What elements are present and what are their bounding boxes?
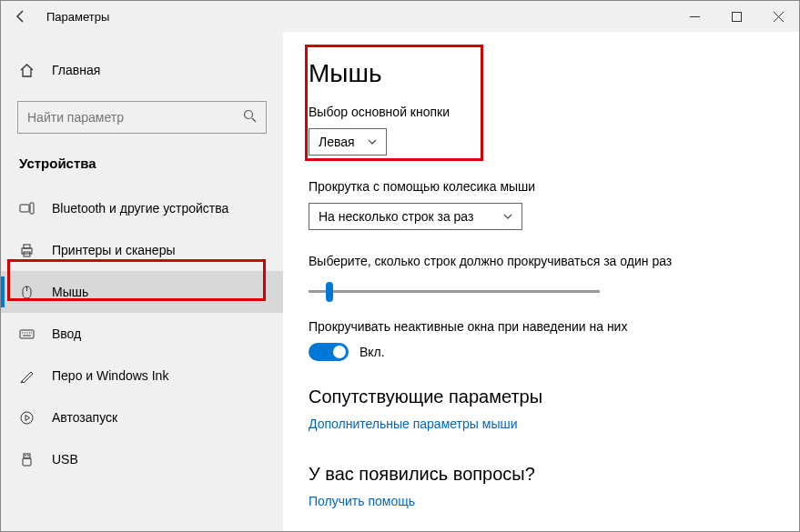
sidebar-item-label: Перо и Windows Ink — [52, 368, 168, 383]
dropdown-value: На несколько строк за раз — [319, 209, 473, 224]
sidebar: Главная Устройства Bluetooth и другие ус… — [1, 32, 283, 531]
toggle-label: Вкл. — [359, 345, 385, 359]
sidebar-item-pen[interactable]: Перо и Windows Ink — [1, 355, 283, 396]
help-link[interactable]: Получить помощь — [309, 494, 774, 508]
page-title: Мышь — [309, 59, 774, 88]
sidebar-heading: Устройства — [1, 152, 283, 187]
related-link[interactable]: Дополнительные параметры мыши — [309, 417, 774, 431]
sidebar-item-label: Ввод — [52, 326, 81, 341]
home-icon — [19, 63, 35, 78]
primary-button-label: Выбор основной кнопки — [309, 105, 774, 119]
scroll-label: Прокрутка с помощью колесика мыши — [309, 179, 774, 194]
svg-rect-2 — [20, 205, 29, 212]
search-icon — [243, 109, 257, 125]
sidebar-home-label: Главная — [52, 63, 100, 77]
close-button[interactable] — [757, 1, 799, 32]
sidebar-home[interactable]: Главная — [1, 52, 283, 88]
maximize-button[interactable] — [715, 1, 757, 32]
printer-icon — [19, 243, 35, 258]
svg-point-1 — [245, 111, 253, 119]
sidebar-item-mouse[interactable]: Мышь — [1, 271, 283, 313]
lines-label: Выберите, сколько строк должно прокручив… — [309, 254, 774, 268]
help-heading: У вас появились вопросы? — [309, 464, 774, 485]
sidebar-item-typing[interactable]: Ввод — [1, 313, 283, 355]
devices-icon — [19, 201, 35, 216]
inactive-toggle[interactable] — [309, 343, 349, 361]
svg-rect-3 — [30, 203, 34, 214]
minimize-button[interactable] — [673, 1, 715, 32]
sidebar-item-label: Мышь — [52, 285, 88, 299]
inactive-label: Прокручивать неактивные окна при наведен… — [309, 319, 774, 334]
autoplay-icon — [19, 410, 35, 426]
primary-button-dropdown[interactable]: Левая — [309, 128, 387, 156]
related-heading: Сопутствующие параметры — [309, 386, 774, 407]
sidebar-item-label: Принтеры и сканеры — [52, 243, 175, 257]
sidebar-item-usb[interactable]: USB — [1, 438, 283, 480]
sidebar-item-printers[interactable]: Принтеры и сканеры — [1, 229, 283, 271]
svg-rect-10 — [24, 454, 30, 458]
scroll-dropdown[interactable]: На несколько строк за раз — [309, 203, 522, 230]
chevron-down-icon — [503, 211, 512, 222]
back-button[interactable] — [1, 1, 41, 32]
sidebar-item-label: USB — [52, 452, 78, 467]
svg-rect-11 — [23, 458, 31, 466]
mouse-icon — [19, 285, 35, 300]
sidebar-item-bluetooth[interactable]: Bluetooth и другие устройства — [1, 187, 283, 229]
keyboard-icon — [19, 326, 35, 342]
svg-rect-5 — [24, 245, 30, 248]
svg-rect-0 — [732, 12, 741, 21]
search-input[interactable] — [27, 110, 222, 125]
sidebar-item-label: Bluetooth и другие устройства — [52, 201, 228, 216]
usb-icon — [19, 452, 35, 467]
sidebar-item-label: Автозапуск — [52, 410, 117, 425]
main-panel: Мышь Выбор основной кнопки Левая Прокрут… — [283, 32, 799, 531]
titlebar: Параметры — [1, 1, 799, 32]
dropdown-value: Левая — [319, 135, 355, 149]
svg-point-9 — [21, 412, 33, 424]
pen-icon — [19, 368, 35, 384]
window-title: Параметры — [46, 10, 109, 24]
lines-slider[interactable] — [309, 290, 600, 293]
search-input-wrap[interactable] — [17, 101, 267, 134]
sidebar-item-autoplay[interactable]: Автозапуск — [1, 396, 283, 438]
svg-rect-8 — [20, 330, 34, 338]
chevron-down-icon — [368, 136, 377, 147]
